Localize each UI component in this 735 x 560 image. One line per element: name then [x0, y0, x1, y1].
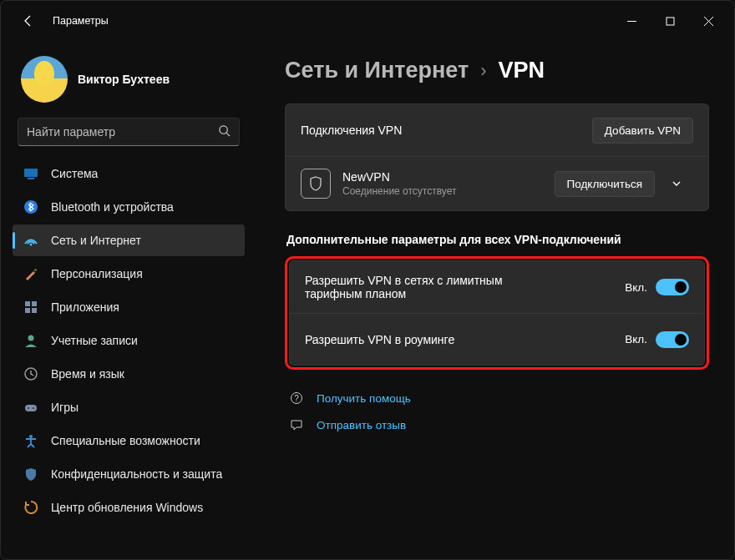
maximize-button[interactable]	[651, 8, 689, 34]
gaming-icon	[23, 399, 39, 416]
sidebar-item-label: Сеть и Интернет	[51, 234, 141, 247]
svg-rect-13	[25, 308, 30, 313]
window-title: Параметры	[53, 15, 109, 27]
sidebar-item-update[interactable]: Центр обновления Windows	[13, 492, 245, 523]
sidebar-item-privacy[interactable]: Конфиденциальность и защита	[13, 458, 245, 490]
svg-point-18	[28, 407, 29, 409]
svg-line-5	[226, 133, 230, 136]
accounts-icon	[23, 332, 39, 349]
profile-name: Виктор Бухтеев	[78, 73, 170, 86]
svg-rect-6	[24, 169, 38, 177]
svg-rect-10	[33, 268, 37, 271]
accessibility-icon	[23, 432, 39, 449]
vpn-connection-row: NewVPN Соединение отсутствует Подключить…	[286, 156, 708, 210]
svg-point-20	[29, 435, 33, 438]
close-button[interactable]	[689, 8, 727, 34]
sidebar-item-label: Игры	[51, 401, 79, 414]
help-links: ? Получить помощь Отправить отзыв	[285, 385, 709, 438]
svg-point-15	[28, 335, 34, 341]
feedback-icon	[288, 418, 305, 431]
sidebar-item-gaming[interactable]: Игры	[13, 391, 245, 423]
privacy-icon	[23, 466, 39, 482]
svg-point-19	[33, 407, 34, 409]
sidebar-item-label: Центр обновления Windows	[51, 501, 203, 514]
shield-icon	[301, 169, 331, 199]
svg-rect-12	[32, 301, 37, 306]
network-icon	[23, 232, 39, 249]
breadcrumb-current: VPN	[499, 58, 545, 83]
svg-rect-1	[667, 18, 674, 25]
sidebar-item-personalization[interactable]: Персонализация	[13, 258, 245, 290]
highlight-annotation: Разрешить VPN в сетях с лимитным тарифны…	[285, 256, 709, 370]
allow-metered-row: Разрешить VPN в сетях с лимитным тарифны…	[290, 261, 704, 313]
sidebar-item-label: Система	[51, 167, 98, 180]
sidebar-item-label: Приложения	[51, 300, 119, 314]
sidebar-item-label: Специальные возможности	[51, 434, 200, 447]
sidebar-item-label: Bluetooth и устройства	[51, 200, 174, 214]
add-vpn-button[interactable]: Добавить VPN	[592, 118, 693, 144]
titlebar: Параметры	[1, 1, 734, 41]
help-icon: ?	[288, 391, 305, 405]
vpn-connections-card: Подключения VPN Добавить VPN NewVPN Соед…	[285, 103, 709, 211]
update-icon	[23, 499, 39, 516]
nav-list: СистемаBluetooth и устройстваСеть и Инте…	[13, 158, 245, 523]
sidebar-item-time[interactable]: Время и язык	[13, 358, 245, 390]
sidebar-item-label: Конфиденциальность и защита	[51, 467, 222, 481]
connect-button[interactable]: Подключиться	[555, 171, 655, 197]
profile-block[interactable]: Виктор Бухтеев	[13, 49, 245, 116]
vpn-name: NewVPN	[342, 170, 456, 184]
svg-point-4	[220, 125, 227, 133]
additional-settings-card: Разрешить VPN в сетях с лимитным тарифны…	[289, 260, 705, 366]
window-controls	[612, 8, 727, 34]
get-help-label: Получить помощь	[317, 392, 411, 405]
avatar	[21, 56, 68, 103]
sidebar-item-bluetooth[interactable]: Bluetooth и устройства	[13, 191, 245, 223]
search-icon	[218, 124, 231, 140]
sidebar-item-label: Учетные записи	[51, 334, 138, 347]
expand-button[interactable]	[660, 169, 693, 198]
svg-point-9	[30, 244, 33, 246]
time-icon	[23, 366, 39, 382]
sidebar-item-label: Персонализация	[51, 267, 143, 280]
svg-text:?: ?	[294, 394, 299, 403]
allow-roaming-toggle[interactable]	[656, 331, 689, 348]
system-icon	[23, 165, 39, 182]
vpn-connections-label: Подключения VPN	[301, 124, 402, 137]
allow-roaming-row: Разрешить VPN в роуминге Вкл.	[290, 313, 704, 365]
minimize-button[interactable]	[612, 8, 651, 34]
allow-metered-toggle[interactable]	[656, 279, 689, 295]
sidebar: Виктор Бухтеев СистемаBluetooth и устрой…	[1, 41, 251, 560]
allow-metered-label: Разрешить VPN в сетях с лимитным тарифны…	[305, 274, 539, 300]
allow-roaming-label: Разрешить VPN в роуминге	[305, 333, 454, 346]
feedback-link[interactable]: Отправить отзыв	[285, 411, 709, 438]
apps-icon	[23, 299, 39, 315]
svg-rect-7	[28, 178, 34, 179]
sidebar-item-apps[interactable]: Приложения	[13, 291, 245, 323]
sidebar-item-label: Время и язык	[51, 367, 124, 381]
svg-rect-14	[32, 308, 37, 313]
feedback-label: Отправить отзыв	[317, 419, 406, 431]
sidebar-item-network[interactable]: Сеть и Интернет	[13, 225, 245, 256]
sidebar-item-accounts[interactable]: Учетные записи	[13, 325, 245, 356]
breadcrumb: Сеть и Интернет › VPN	[285, 58, 709, 83]
get-help-link[interactable]: ? Получить помощь	[285, 385, 709, 411]
personalization-icon	[23, 265, 39, 282]
allow-roaming-state: Вкл.	[625, 333, 647, 346]
sidebar-item-accessibility[interactable]: Специальные возможности	[13, 425, 245, 457]
bluetooth-icon	[23, 199, 39, 215]
search-box[interactable]	[18, 118, 240, 146]
main-content: Сеть и Интернет › VPN Подключения VPN До…	[251, 41, 734, 560]
chevron-right-icon: ›	[480, 60, 486, 82]
vpn-status: Соединение отсутствует	[342, 185, 456, 197]
sidebar-item-system[interactable]: Система	[13, 158, 245, 189]
vpn-connections-header: Подключения VPN Добавить VPN	[286, 104, 708, 156]
allow-metered-state: Вкл.	[625, 281, 647, 294]
svg-rect-17	[25, 405, 37, 411]
breadcrumb-parent[interactable]: Сеть и Интернет	[285, 58, 469, 83]
svg-rect-11	[25, 301, 30, 306]
search-input[interactable]	[27, 125, 218, 139]
back-button[interactable]	[16, 8, 41, 33]
additional-section-title: Дополнительные параметры для всех VPN-по…	[286, 233, 709, 246]
